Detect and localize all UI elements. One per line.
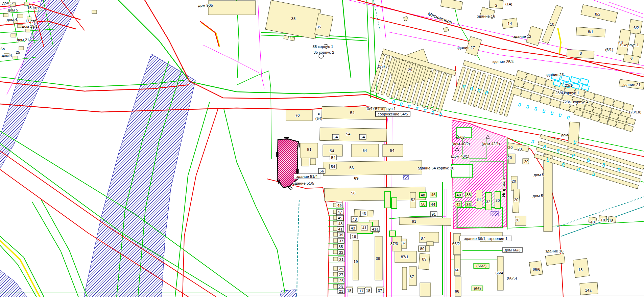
building[interactable] [290, 37, 295, 41]
map-label: 45 [338, 216, 342, 220]
map-label: 6/2 [634, 26, 639, 30]
map-label: 15 стр. [27, 6, 40, 10]
building[interactable] [454, 255, 460, 275]
garage-parcel[interactable] [391, 198, 397, 209]
map-label: 18 [578, 268, 583, 272]
building[interactable] [427, 242, 433, 246]
cyan-mark [519, 103, 521, 106]
building[interactable] [403, 16, 408, 21]
garage-strip[interactable] [584, 91, 595, 100]
map-label: 23/1 корпус 4 [565, 100, 589, 104]
building[interactable] [208, 1, 256, 15]
cyan-structure [580, 78, 589, 85]
map-line [183, 109, 218, 297]
map-label: 89 [422, 257, 427, 261]
building[interactable] [400, 217, 451, 226]
map-label: 52 [411, 198, 415, 202]
building[interactable] [333, 285, 338, 288]
building[interactable] [333, 278, 338, 282]
building[interactable] [333, 267, 338, 270]
map-label: 54 [350, 111, 355, 115]
building[interactable] [440, 0, 462, 10]
map-label: (14) [505, 2, 512, 6]
garage-strip[interactable] [613, 100, 624, 109]
building[interactable] [420, 283, 431, 296]
cyan-mark [535, 107, 537, 110]
building[interactable] [92, 10, 97, 14]
map-svg[interactable]: дом 515 стр.дом 5дом 417 стрдом 19/1дом … [0, 0, 644, 297]
garage-strip[interactable] [526, 73, 537, 82]
map-label: 19 [354, 260, 358, 264]
building[interactable] [24, 2, 29, 5]
building[interactable] [333, 257, 338, 261]
garage-strip[interactable] [530, 93, 541, 102]
map-line [32, 202, 78, 297]
building[interactable] [302, 158, 309, 166]
map-label: 23/1 [565, 83, 572, 87]
map-label: 18 [347, 289, 352, 293]
cadastral-map[interactable]: дом 515 стр.дом 5дом 417 стрдом 19/1дом … [0, 0, 644, 297]
map-label: 21 [339, 289, 343, 293]
garage-strip[interactable] [533, 84, 544, 93]
map-label: дом 5 [8, 8, 18, 12]
map-label: 35 [317, 25, 321, 29]
garage-parcel[interactable] [389, 231, 396, 236]
map-label: дом 5 [2, 1, 13, 5]
building[interactable] [333, 250, 338, 254]
map-label: 23/4 корпус 1 [555, 91, 579, 95]
building[interactable] [320, 128, 387, 141]
map-label: 20 [508, 156, 512, 160]
garage-parcel[interactable] [385, 192, 390, 208]
garage-strip[interactable] [543, 87, 554, 97]
garage-strip[interactable] [521, 90, 532, 99]
building[interactable] [419, 253, 430, 270]
map-label: 25 [16, 50, 20, 54]
garage-strip[interactable] [594, 94, 605, 103]
building[interactable] [284, 35, 289, 39]
cyan-mark [392, 100, 395, 103]
map-label: 62 [460, 135, 465, 139]
map-label: (66) [474, 287, 481, 291]
building[interactable] [333, 233, 338, 236]
map-label: дом 5 [534, 173, 544, 177]
cyan-structure [570, 77, 579, 84]
map-label: 54 [346, 132, 351, 136]
map-label: 20 [514, 198, 519, 202]
garage-strip[interactable] [550, 99, 561, 108]
map-line [558, 28, 561, 54]
building[interactable] [444, 27, 449, 32]
map-label: 54 [390, 148, 395, 153]
map-line [41, 200, 87, 297]
building[interactable] [11, 34, 16, 37]
map-label: 36 [467, 202, 471, 207]
garage-strip[interactable] [523, 82, 534, 91]
building[interactable] [511, 176, 517, 190]
building[interactable] [333, 272, 338, 276]
building[interactable] [310, 159, 316, 165]
garage-strip[interactable] [535, 76, 547, 85]
garage-strip[interactable] [603, 97, 614, 106]
map-label: 31 [339, 258, 344, 262]
building[interactable] [26, 29, 30, 32]
cyan-mark [551, 112, 553, 115]
building[interactable] [402, 267, 407, 290]
garage-strip[interactable] [540, 96, 551, 105]
map-label: 66 [455, 268, 459, 272]
building[interactable] [323, 161, 422, 176]
map-label: 38 [467, 193, 471, 197]
building[interactable] [19, 47, 24, 50]
map-label: 41 [362, 226, 367, 230]
building[interactable] [455, 277, 461, 296]
building[interactable] [13, 56, 17, 59]
garage-complex[interactable] [371, 49, 456, 113]
building[interactable] [333, 244, 338, 248]
building[interactable] [18, 14, 23, 18]
map-line [389, 98, 644, 151]
building[interactable] [544, 155, 552, 232]
map-label: 8/2 [595, 12, 600, 16]
selected-parcel[interactable] [277, 139, 299, 188]
building[interactable] [333, 239, 338, 242]
building[interactable] [545, 253, 565, 265]
building[interactable] [3, 14, 8, 17]
garage-strip[interactable] [624, 125, 634, 132]
